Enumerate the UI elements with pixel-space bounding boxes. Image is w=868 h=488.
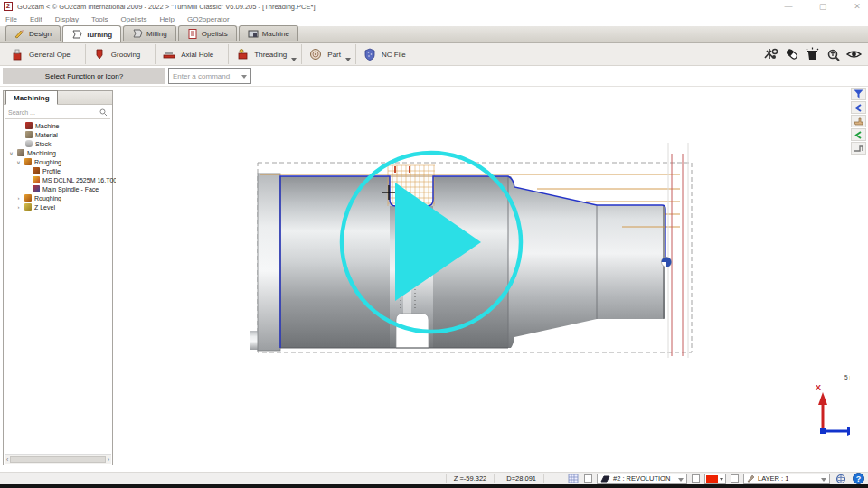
close-button[interactable]: ✕	[852, 2, 863, 11]
nc-file-button[interactable]: NC File	[355, 44, 420, 64]
chevron-down-icon	[821, 478, 826, 482]
minimize-button[interactable]: —	[783, 2, 794, 11]
menu-file[interactable]: File	[5, 15, 17, 23]
machining-tree: Machine Material Stock ∨ Machining ∨ Rou…	[4, 121, 112, 211]
command-row: Select Function or Icon? Enter a command	[0, 66, 868, 87]
horizontal-scrollbar[interactable]: ‹ ›	[5, 454, 111, 464]
tree-item-machining[interactable]: ∨ Machining	[4, 148, 112, 157]
grooving-button[interactable]: Grooving	[85, 44, 155, 64]
tree-item-roughing-1[interactable]: ∨ Roughing	[4, 157, 112, 166]
zlevel-node-icon	[24, 203, 32, 211]
spindle-node-icon	[33, 185, 40, 192]
hand-icon	[854, 117, 863, 126]
general-ope-button[interactable]: General Ope	[4, 44, 85, 64]
pencil-icon	[14, 29, 25, 39]
expander-icon[interactable]: ∨	[8, 150, 14, 156]
threading-dropdown-icon[interactable]	[291, 58, 297, 61]
d-coordinate-readout: D=28.091	[499, 474, 544, 483]
tree-item-z-level[interactable]: › Z Level	[4, 202, 112, 211]
nc-file-shield-icon	[363, 48, 376, 61]
menu-opelists[interactable]: Opelists	[121, 15, 147, 23]
grooving-icon	[93, 48, 106, 61]
axial-hole-button[interactable]: Axial Hole	[155, 44, 228, 64]
tab-milling[interactable]: Milling	[123, 25, 176, 41]
bottom-black-bar	[0, 484, 868, 488]
filter-icon	[854, 89, 863, 99]
view-toolbar-bottom	[762, 46, 863, 62]
prompt-label: Select Function or Icon?	[3, 68, 165, 84]
filter-button[interactable]	[851, 88, 866, 100]
tree-item-main-spindle[interactable]: Main Spindle - Face	[4, 184, 112, 193]
tools-screws-icon[interactable]	[762, 46, 779, 62]
grid-toggle-button[interactable]	[566, 474, 580, 484]
viewport-canvas[interactable]: 5 mm X Z	[116, 87, 850, 472]
clean-trash-icon[interactable]	[804, 46, 821, 62]
zoom-extents-icon[interactable]	[825, 46, 842, 62]
maximize-button[interactable]: ▢	[817, 2, 828, 11]
window-title: GO2cam < © GO2cam International 2009 - 2…	[17, 3, 315, 11]
menu-tools[interactable]: Tools	[91, 15, 108, 23]
threading-icon	[236, 48, 249, 61]
part-button[interactable]: Part	[301, 44, 355, 64]
view-3d-button[interactable]	[835, 473, 848, 484]
part-3d-model	[250, 174, 665, 351]
tree-item-machine[interactable]: Machine	[4, 121, 112, 130]
menu-help[interactable]: Help	[160, 15, 175, 23]
app-icon: 2	[4, 2, 13, 11]
tree-item-roughing-2[interactable]: › Roughing	[4, 193, 112, 202]
scrollbar-thumb[interactable]	[10, 456, 105, 463]
chevron-down-icon	[720, 478, 723, 481]
list-doc-icon	[187, 29, 198, 39]
part-dropdown-icon[interactable]	[345, 58, 351, 61]
prev-green-button[interactable]	[851, 128, 866, 141]
color-checkbox[interactable]	[692, 474, 700, 483]
menu-edit[interactable]: Edit	[30, 15, 42, 23]
menu-display[interactable]: Display	[55, 15, 79, 23]
current-color-swatch	[706, 475, 718, 483]
prev-blue-button[interactable]	[851, 101, 866, 114]
search-input[interactable]: Search ...	[5, 107, 110, 119]
mill-cutter-icon	[132, 29, 143, 39]
layer-pen-icon	[747, 474, 755, 483]
eye-visibility-icon[interactable]	[845, 46, 863, 62]
expander-icon[interactable]: ›	[15, 195, 22, 201]
tool-view-button[interactable]	[851, 142, 866, 155]
tab-turning[interactable]: Turning	[62, 25, 121, 42]
layer-checkbox[interactable]	[731, 474, 739, 483]
command-placeholder: Enter a command	[173, 72, 230, 80]
help-icon[interactable]: ?	[853, 473, 864, 484]
tree-item-profile[interactable]: Profile	[4, 166, 112, 175]
machining-node-icon	[17, 149, 24, 156]
command-combobox[interactable]: Enter a command	[168, 68, 251, 84]
search-placeholder: Search ...	[8, 109, 35, 116]
plane-checkbox[interactable]	[584, 474, 592, 483]
pick-hand-button[interactable]	[851, 115, 866, 127]
layer-selector[interactable]: LAYER : 1	[743, 474, 830, 484]
tab-design[interactable]: Design	[5, 25, 61, 41]
z-coordinate-readout: Z =-59.322	[446, 474, 495, 483]
general-ope-icon	[11, 48, 24, 61]
tab-machine[interactable]: Machine	[239, 25, 298, 41]
tree-item-stock[interactable]: Stock	[4, 139, 112, 148]
status-bar: Z =-59.322 D=28.091 #2 : REVOLUTION LAYE…	[0, 472, 868, 484]
color-selector[interactable]	[704, 474, 726, 484]
expander-icon[interactable]: ›	[15, 204, 22, 210]
scale-ruler: 5 mm	[844, 352, 850, 380]
cutter-icon	[854, 145, 863, 153]
expander-icon[interactable]: ∨	[15, 159, 22, 165]
tab-machining-panel[interactable]: Machining	[5, 90, 58, 105]
plane-selector[interactable]: #2 : REVOLUTION	[597, 474, 687, 484]
scroll-right-icon[interactable]: ›	[108, 456, 109, 463]
ribbon-toolbar: General Ope Grooving Axial Hole Threadin…	[0, 43, 868, 66]
revolution-plane-icon	[600, 475, 610, 483]
clamp-marker	[662, 258, 672, 267]
tree-item-tool[interactable]: MS DCLNL 2525M 16.T00	[4, 175, 112, 184]
tree-item-material[interactable]: Material	[4, 130, 112, 139]
axis-x-label: X	[816, 383, 821, 392]
menu-go2operator[interactable]: GO2operator	[187, 15, 230, 23]
scroll-left-icon[interactable]: ‹	[6, 456, 8, 463]
threading-button[interactable]: Threading	[228, 44, 301, 64]
search-icon	[99, 108, 108, 117]
eraser-icon[interactable]	[783, 46, 800, 62]
tab-opelists[interactable]: Opelists	[178, 25, 237, 41]
